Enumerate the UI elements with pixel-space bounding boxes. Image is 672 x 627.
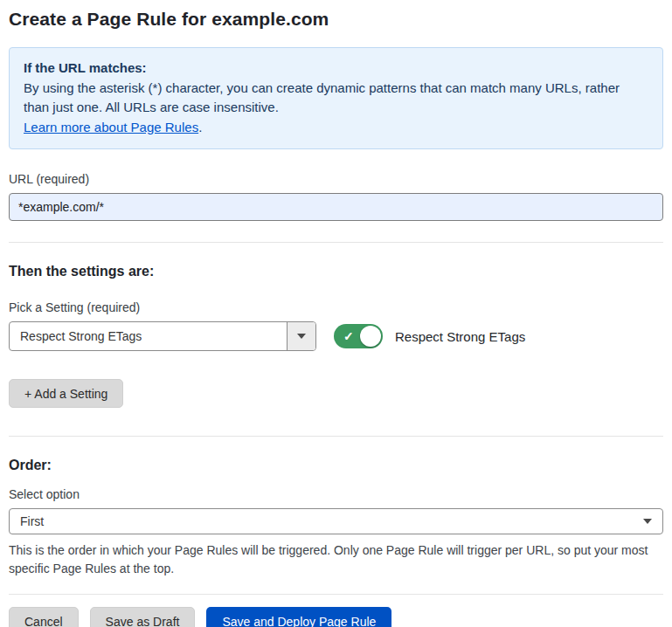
url-input[interactable] bbox=[9, 193, 663, 221]
learn-more-link[interactable]: Learn more about Page Rules bbox=[24, 120, 198, 134]
add-setting-button[interactable]: + Add a Setting bbox=[9, 379, 123, 408]
save-deploy-button[interactable]: Save and Deploy Page Rule bbox=[206, 607, 391, 627]
toggle-knob bbox=[360, 326, 381, 347]
info-box-body: By using the asterisk (*) character, you… bbox=[24, 79, 648, 118]
section-divider bbox=[9, 436, 663, 437]
info-box-text: By using the asterisk (*) character, you… bbox=[24, 80, 620, 115]
url-label: URL (required) bbox=[9, 172, 663, 186]
setting-picker-label: Pick a Setting (required) bbox=[9, 300, 663, 314]
chevron-down-icon bbox=[643, 519, 652, 524]
setting-row: Respect Strong ETags ✓ Respect Strong ET… bbox=[9, 321, 663, 351]
action-bar: Cancel Save as Draft Save and Deploy Pag… bbox=[9, 595, 663, 627]
order-select[interactable]: First bbox=[9, 508, 663, 534]
info-box-link-line: Learn more about Page Rules. bbox=[24, 118, 648, 138]
etags-toggle-group: ✓ Respect Strong ETags bbox=[334, 324, 525, 348]
setting-select-value: Respect Strong ETags bbox=[10, 329, 142, 343]
cancel-button[interactable]: Cancel bbox=[9, 607, 79, 627]
url-match-info-box: If the URL matches: By using the asteris… bbox=[9, 47, 663, 149]
page-rule-form: Create a Page Rule for example.com If th… bbox=[0, 0, 672, 627]
save-draft-button[interactable]: Save as Draft bbox=[90, 607, 196, 627]
settings-heading: Then the settings are: bbox=[9, 264, 663, 279]
link-suffix: . bbox=[198, 120, 202, 134]
setting-select-button[interactable] bbox=[287, 322, 315, 350]
order-select-label: Select option bbox=[9, 487, 663, 501]
info-box-heading: If the URL matches: bbox=[24, 59, 648, 79]
order-heading: Order: bbox=[9, 458, 663, 473]
section-divider bbox=[9, 242, 663, 243]
chevron-down-icon bbox=[297, 334, 306, 339]
order-select-value: First bbox=[10, 514, 44, 528]
order-help-text: This is the order in which your Page Rul… bbox=[9, 541, 663, 578]
page-title: Create a Page Rule for example.com bbox=[9, 9, 663, 30]
check-icon: ✓ bbox=[343, 330, 354, 342]
etags-toggle[interactable]: ✓ bbox=[334, 324, 383, 348]
etags-toggle-label: Respect Strong ETags bbox=[395, 329, 525, 344]
setting-select[interactable]: Respect Strong ETags bbox=[9, 321, 316, 351]
